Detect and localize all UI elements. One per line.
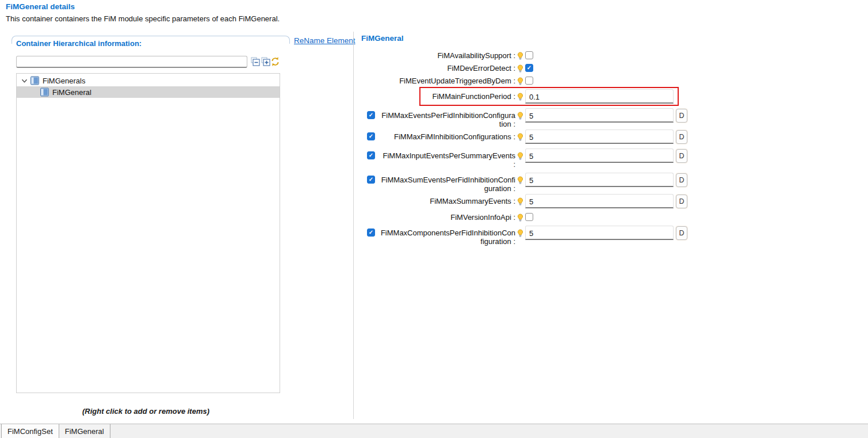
expand-all-icon: [261, 57, 270, 68]
param-value-input[interactable]: [525, 148, 674, 163]
container-icon: [30, 76, 39, 85]
param-enable-checkbox[interactable]: [367, 151, 375, 159]
tree-hint-text: (Right click to add or remove items): [12, 407, 280, 416]
fim-config-editor: FiMGeneral details This container contai…: [0, 0, 868, 438]
default-value-button[interactable]: D: [676, 149, 687, 163]
editor-tab-fimgeneral[interactable]: FiMGeneral: [59, 424, 110, 438]
lightbulb-icon: [517, 214, 523, 222]
lightbulb-icon: [517, 229, 523, 238]
param-label: FiMDevErrorDetect :: [380, 64, 515, 73]
param-value-input[interactable]: [525, 194, 674, 208]
page-title: FiMGeneral details: [6, 2, 75, 11]
search-input[interactable]: [16, 56, 247, 68]
lightbulb-icon: [517, 112, 523, 120]
param-enable-checkbox[interactable]: [367, 132, 375, 140]
param-label: FiMMaxSummaryEvents :: [380, 194, 515, 205]
param-row: FiMMaxSummaryEvents :D: [361, 194, 706, 209]
param-label: FiMMaxInputEventsPerSummaryEvents :: [380, 148, 515, 169]
param-enable-cell: [367, 173, 376, 184]
param-value-checkbox[interactable]: [525, 64, 533, 72]
container-icon: [40, 87, 49, 97]
param-row: FiMMaxInputEventsPerSummaryEvents :D: [361, 148, 706, 169]
lightbulb-icon: [517, 133, 523, 142]
param-enable-checkbox[interactable]: [367, 176, 375, 184]
param-row: FiMMaxSumEventsPerFidInhibitionConfigura…: [361, 173, 706, 193]
param-row: FiMMaxComponentsPerFidInhibitionConfigur…: [361, 226, 706, 246]
param-enable-checkbox[interactable]: [367, 228, 375, 237]
param-value-input[interactable]: [525, 173, 674, 187]
param-value-checkbox[interactable]: [525, 51, 533, 59]
lightbulb-icon: [517, 152, 523, 161]
tree-row[interactable]: FiMGenerals: [17, 75, 280, 86]
detail-panel-title: FiMGeneral: [361, 34, 404, 43]
collapse-all-icon: [251, 57, 260, 68]
param-value-checkbox[interactable]: [525, 213, 533, 221]
refresh-icon: [270, 56, 280, 68]
container-hierarchy-tree[interactable]: FiMGeneralsFiMGeneral: [16, 73, 280, 393]
param-label: FiMMaxSumEventsPerFidInhibitionConfigura…: [380, 173, 515, 193]
param-value-input[interactable]: [525, 130, 674, 144]
param-row: FiMVersionInfoApi :: [361, 213, 706, 222]
lightbulb-icon: [517, 64, 523, 73]
editor-tab-fimconfigset[interactable]: FiMConfigSet: [1, 424, 59, 438]
page-subtitle: This container containers the FiM module…: [6, 14, 280, 23]
param-value-input[interactable]: [525, 108, 674, 123]
param-value-checkbox[interactable]: [525, 77, 533, 85]
param-enable-cell: [367, 130, 376, 140]
param-label: FiMAvailabilitySupport :: [380, 51, 515, 60]
rename-element-link[interactable]: ReName Element: [294, 36, 355, 45]
tree-row[interactable]: FiMGeneral: [17, 86, 280, 98]
param-row: FiMAvailabilitySupport :: [361, 51, 706, 60]
param-label: FiMMaxComponentsPerFidInhibitionConfigur…: [380, 226, 515, 246]
param-enable-cell: [367, 148, 376, 159]
param-label: FiMMaxEventsPerFidInhibitionConfiguratio…: [380, 108, 515, 128]
default-value-button[interactable]: D: [676, 195, 687, 208]
parameter-form: FiMAvailabilitySupport :FiMDevErrorDetec…: [361, 49, 706, 247]
tree-item-label: FiMGeneral: [52, 88, 91, 97]
param-enable-checkbox[interactable]: [367, 111, 375, 119]
param-label: FiMVersionInfoApi :: [380, 213, 515, 222]
default-value-button[interactable]: D: [676, 109, 687, 123]
tree-item-label: FiMGenerals: [43, 77, 85, 85]
default-value-button[interactable]: D: [676, 130, 687, 144]
lightbulb-icon: [517, 176, 523, 185]
lightbulb-icon: [517, 52, 523, 60]
param-value-input[interactable]: [525, 226, 674, 240]
lightbulb-icon: [517, 197, 523, 206]
param-row: FiMMaxFiMInhibitionConfigurations :D: [361, 130, 706, 144]
collapse-all-button[interactable]: [250, 58, 260, 67]
chevron-down-icon[interactable]: [21, 78, 28, 84]
lightbulb-icon: [517, 77, 523, 86]
param-enable-cell: [367, 226, 376, 237]
param-row: FiMMainFunctionPeriod :: [361, 89, 706, 104]
default-value-button[interactable]: D: [676, 226, 687, 240]
param-label: FiMMainFunctionPeriod :: [380, 89, 515, 101]
param-enable-cell: [367, 108, 376, 119]
lightbulb-icon: [517, 93, 523, 101]
panel-divider: [353, 32, 354, 419]
default-value-button[interactable]: D: [676, 173, 687, 187]
param-value-input[interactable]: [525, 89, 674, 104]
param-row: FiMMaxEventsPerFidInhibitionConfiguratio…: [361, 108, 706, 128]
bottom-tab-bar: FiMConfigSetFiMGeneral: [0, 424, 868, 438]
param-label: FiMEventUpdateTriggeredByDem :: [380, 77, 515, 85]
expand-all-button[interactable]: [261, 58, 270, 67]
param-row: FiMEventUpdateTriggeredByDem :: [361, 77, 706, 86]
param-row: FiMDevErrorDetect :: [361, 64, 706, 73]
param-label: FiMMaxFiMInhibitionConfigurations :: [380, 130, 515, 141]
refresh-button[interactable]: [270, 58, 280, 67]
group-title: Container Hierarchical information:: [16, 39, 142, 48]
